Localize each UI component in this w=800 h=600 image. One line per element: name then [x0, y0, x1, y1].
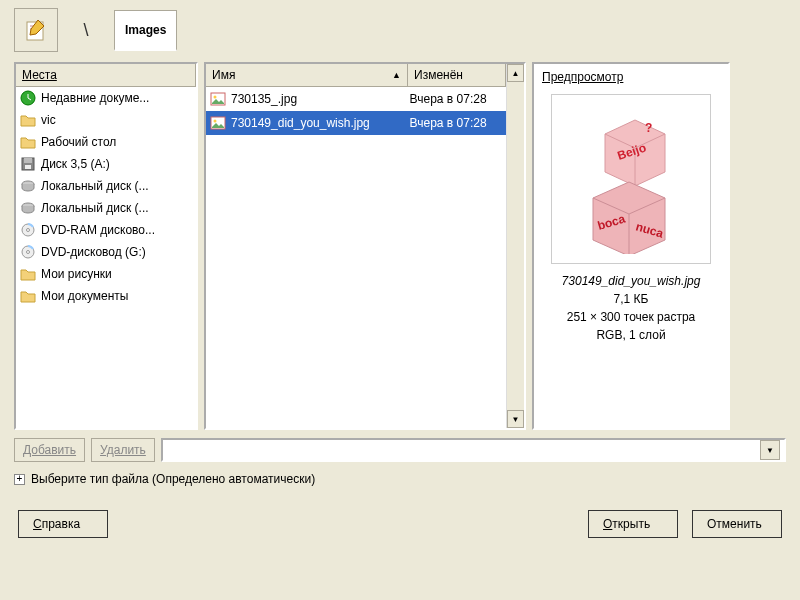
place-label: Локальный диск (...: [41, 201, 149, 215]
filename-input[interactable]: ▼: [161, 438, 786, 462]
hdd-icon: [20, 178, 36, 194]
place-label: Рабочий стол: [41, 135, 116, 149]
place-item[interactable]: Мои документы: [16, 285, 196, 307]
place-item[interactable]: Локальный диск (...: [16, 175, 196, 197]
place-item[interactable]: Локальный диск (...: [16, 197, 196, 219]
cd-icon: [20, 222, 36, 238]
pencil-note-icon: [24, 18, 48, 42]
image-file-icon: [210, 91, 226, 107]
files-list: 730135_.jpgВчера в 07:28730149_did_you_w…: [206, 87, 506, 428]
add-button[interactable]: Добавить: [14, 438, 85, 462]
places-header[interactable]: Места: [16, 64, 196, 86]
place-label: Локальный диск (...: [41, 179, 149, 193]
place-label: Мои рисунки: [41, 267, 112, 281]
place-item[interactable]: DVD-дисковод (G:): [16, 241, 196, 263]
preview-size: 7,1 КБ: [614, 292, 649, 306]
svg-point-12: [214, 96, 217, 99]
expand-filetype-button[interactable]: +: [14, 474, 25, 485]
path-separator: \: [64, 8, 108, 52]
dropdown-button[interactable]: ▼: [760, 440, 780, 460]
places-list: Недавние докуме...vicРабочий столДиск 3,…: [16, 87, 196, 428]
help-button[interactable]: Справка: [18, 510, 108, 538]
scrollbar[interactable]: ▲ ▼: [506, 64, 524, 428]
dice-image-icon: Beijo ? boca nuca: [567, 104, 695, 254]
breadcrumb-tab[interactable]: Images: [114, 10, 177, 51]
file-row[interactable]: 730135_.jpgВчера в 07:28: [206, 87, 506, 111]
svg-text:?: ?: [645, 121, 652, 135]
folder-icon: [20, 288, 36, 304]
svg-point-14: [214, 120, 217, 123]
place-item[interactable]: Диск 3,5 (A:): [16, 153, 196, 175]
image-file-icon: [210, 115, 226, 131]
place-item[interactable]: Недавние докуме...: [16, 87, 196, 109]
place-label: Мои документы: [41, 289, 128, 303]
place-item[interactable]: Рабочий стол: [16, 131, 196, 153]
file-name: 730149_did_you_wish.jpg: [231, 116, 370, 130]
file-date: Вчера в 07:28: [410, 92, 502, 106]
folder-icon: [20, 266, 36, 282]
tab-label: Images: [125, 23, 166, 37]
preview-dimensions: 251 × 300 точек растра: [567, 310, 696, 324]
sort-asc-icon: ▲: [392, 70, 401, 80]
file-name: 730135_.jpg: [231, 92, 297, 106]
column-header-name[interactable]: Имя▲: [206, 64, 408, 86]
folder-icon: [20, 112, 36, 128]
cd-icon: [20, 244, 36, 260]
svg-rect-3: [24, 158, 32, 163]
floppy-icon: [20, 156, 36, 172]
place-item[interactable]: DVD-RAM дисково...: [16, 219, 196, 241]
scroll-down-button[interactable]: ▼: [507, 410, 524, 428]
remove-button[interactable]: Удалить: [91, 438, 155, 462]
edit-location-button[interactable]: [14, 8, 58, 52]
preview-filename: 730149_did_you_wish.jpg: [562, 274, 701, 288]
preview-header: Предпросмотр: [542, 70, 720, 88]
file-row[interactable]: 730149_did_you_wish.jpgВчера в 07:28: [206, 111, 506, 135]
preview-mode: RGB, 1 слой: [596, 328, 665, 342]
column-header-date[interactable]: Изменён: [408, 64, 506, 86]
open-button[interactable]: Открыть: [588, 510, 678, 538]
place-label: DVD-RAM дисково...: [41, 223, 155, 237]
hdd-icon: [20, 200, 36, 216]
place-label: vic: [41, 113, 56, 127]
place-label: Недавние докуме...: [41, 91, 149, 105]
cancel-button[interactable]: Отменить: [692, 510, 782, 538]
scroll-up-button[interactable]: ▲: [507, 64, 524, 82]
file-date: Вчера в 07:28: [410, 116, 502, 130]
place-item[interactable]: vic: [16, 109, 196, 131]
svg-point-10: [27, 251, 30, 254]
recent-icon: [20, 90, 36, 106]
svg-rect-4: [25, 165, 31, 169]
preview-thumbnail: Beijo ? boca nuca: [551, 94, 711, 264]
filetype-label: Выберите тип файла (Определено автоматич…: [31, 472, 315, 486]
folder-icon: [20, 134, 36, 150]
place-label: DVD-дисковод (G:): [41, 245, 146, 259]
files-panel: Имя▲ Изменён 730135_.jpgВчера в 07:28730…: [204, 62, 526, 430]
places-panel: Места Недавние докуме...vicРабочий столД…: [14, 62, 198, 430]
place-label: Диск 3,5 (A:): [41, 157, 110, 171]
preview-panel: Предпросмотр Beijo ?: [532, 62, 730, 430]
place-item[interactable]: Мои рисунки: [16, 263, 196, 285]
svg-point-8: [27, 229, 30, 232]
